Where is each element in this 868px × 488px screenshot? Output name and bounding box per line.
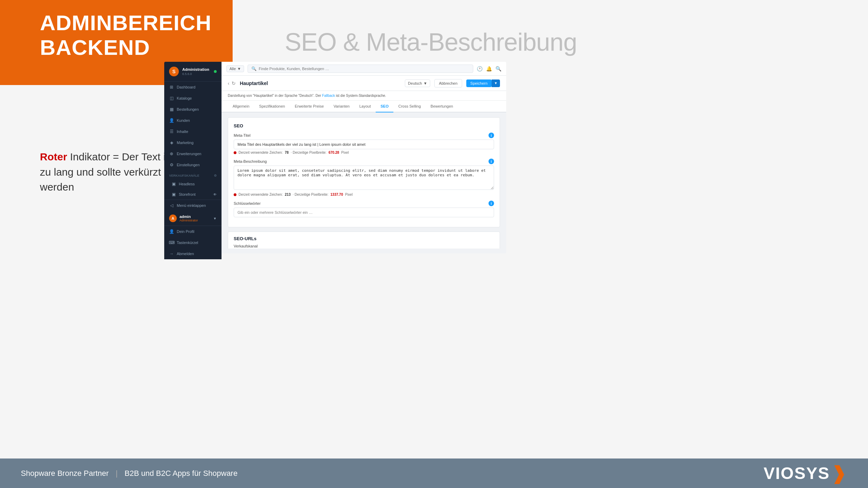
sidebar-status-dot xyxy=(214,70,217,73)
cancel-button[interactable]: Abbrechen xyxy=(434,79,462,87)
user-menu-trigger[interactable]: A admin Administrator ▼ xyxy=(164,211,222,226)
storefront-label: Storefront xyxy=(179,192,195,196)
meta-titel-group: Meta-Titel i Derzeit verwendete Zeichen:… xyxy=(234,133,494,154)
dein-profil-item[interactable]: 👤 Dein Profil xyxy=(164,226,222,237)
tab-layout[interactable]: Layout xyxy=(354,101,376,112)
storefront-icon: ▣ xyxy=(171,192,176,197)
verkaufskanaele-settings-icon: ⚙ xyxy=(214,174,217,177)
meta-beschreibung-pixel-suffix: Pixel xyxy=(345,193,353,196)
sidebar-item-kataloge[interactable]: ◫ Kataloge xyxy=(164,93,222,104)
tastenkurzel-item[interactable]: ⌨ Tastenkürzel xyxy=(164,237,222,248)
meta-titel-input[interactable] xyxy=(234,140,494,149)
meta-titel-pixel-count: 670.28 xyxy=(328,151,339,154)
schlusselworter-label: Schlüsselwörter xyxy=(234,201,261,205)
tabs-bar: Allgemein Spezifikationen Erweiterte Pre… xyxy=(222,101,506,112)
topbar: Alle ▼ 🔍 🕐 🔔 🔍 xyxy=(222,62,506,76)
navigation-arrows: ‹ ↻ xyxy=(228,81,236,86)
abmelden-item[interactable]: → Abmelden xyxy=(164,248,222,259)
sidebar-bottom: ◁ Menü einklappen A admin Administrator … xyxy=(164,200,222,259)
sidebar-item-inhalte[interactable]: ☰ Inhalte xyxy=(164,126,222,137)
meta-beschreibung-label: Meta-Beschreibung xyxy=(234,159,267,163)
tab-bewertungen[interactable]: Bewertungen xyxy=(426,101,458,112)
tab-allgemein[interactable]: Allgemein xyxy=(228,101,254,112)
meta-beschreibung-pixel-separator: · Derzeitige Pixelbreite: xyxy=(293,193,328,196)
search-input[interactable] xyxy=(259,67,469,71)
sidebar-item-storefront[interactable]: ▣ Storefront 👁 xyxy=(164,189,222,200)
footer-left: Shopware Bronze Partner | B2B und B2C Ap… xyxy=(21,469,237,478)
meta-beschreibung-group: Meta-Beschreibung i Lorem ipsum dolor si… xyxy=(234,159,494,196)
erweiterungen-icon: ⊕ xyxy=(169,151,174,156)
tab-varianten[interactable]: Varianten xyxy=(329,101,354,112)
sidebar-item-erweiterungen[interactable]: ⊕ Erweiterungen xyxy=(164,148,222,159)
search-icon-right: 🔍 xyxy=(495,66,501,71)
dashboard-label: Dashboard xyxy=(177,85,195,89)
dashboard-icon: ⊞ xyxy=(169,85,174,90)
user-role: Administrator xyxy=(180,219,198,222)
inhalte-icon: ☰ xyxy=(169,129,174,134)
tab-erweiterte-preise[interactable]: Erweiterte Preise xyxy=(290,101,329,112)
meta-titel-char-info: Derzeit verwendete Zeichen: 78 · Derzeit… xyxy=(234,151,494,154)
save-dropdown-button[interactable]: ▼ xyxy=(492,79,500,87)
sidebar-title-block: Administration 6.5.6.0 xyxy=(182,67,209,75)
topbar-icons: 🕐 🔔 🔍 xyxy=(477,66,501,71)
profil-icon: 👤 xyxy=(169,229,174,234)
sidebar-item-marketing[interactable]: ◈ Marketing xyxy=(164,137,222,148)
tab-cross-selling[interactable]: Cross Selling xyxy=(393,101,426,112)
viosys-arrow-icon: ❱ xyxy=(831,463,847,484)
sidebar-item-dashboard[interactable]: ⊞ Dashboard xyxy=(164,82,222,93)
storefront-eye-icon: 👁 xyxy=(213,193,217,196)
meta-beschreibung-label-row: Meta-Beschreibung i xyxy=(234,159,494,164)
sidebar-item-bestellungen[interactable]: ▦ Bestellungen xyxy=(164,104,222,115)
tastenkurzel-label: Tastenkürzel xyxy=(177,241,198,245)
kataloge-icon: ◫ xyxy=(169,96,174,101)
sidebar-item-einstellungen[interactable]: ⚙ Einstellungen xyxy=(164,159,222,170)
meta-titel-chars-prefix: Derzeit verwendete Zeichen: xyxy=(239,151,283,154)
sidebar-item-headless[interactable]: ▣ Headless xyxy=(164,179,222,189)
headless-icon: ▣ xyxy=(171,182,176,186)
meta-titel-label-row: Meta-Titel i xyxy=(234,133,494,138)
einstellungen-icon: ⚙ xyxy=(169,162,174,167)
tab-seo[interactable]: SEO xyxy=(376,101,393,112)
marketing-icon: ◈ xyxy=(169,140,174,145)
sidebar-version: 6.5.6.0 xyxy=(182,72,209,76)
seo-urls-card: SEO-URLs Verkaufskanal xyxy=(228,232,500,249)
bell-icon: 🔔 xyxy=(486,66,492,71)
meta-titel-pixel-suffix: Pixel xyxy=(341,151,349,154)
all-filter-button[interactable]: Alle ▼ xyxy=(226,65,244,72)
all-label: Alle xyxy=(229,67,236,71)
sidebar-item-kunden[interactable]: 👤 Kunden xyxy=(164,115,222,126)
language-selector[interactable]: Deutsch ▼ xyxy=(405,79,430,87)
seo-section-heading: SEO & Meta-Beschreibung xyxy=(285,28,799,56)
meta-beschreibung-textarea[interactable]: Lorem ipsum dolor sit amet, consetetur s… xyxy=(234,166,494,190)
back-arrow-icon[interactable]: ‹ xyxy=(228,81,229,86)
tab-spezifikationen[interactable]: Spezifikationen xyxy=(254,101,290,112)
sidebar-logo: S xyxy=(169,67,179,76)
footer-separator: | xyxy=(116,469,118,478)
title-line2: BACKEND xyxy=(40,35,211,60)
side-note-block: Roter Indikator = Der Text ist zu lang u… xyxy=(40,149,175,195)
meta-beschreibung-info-icon: i xyxy=(489,159,494,164)
inhalte-label: Inhalte xyxy=(177,129,188,134)
verkaufskanaele-section: Verkaufskanäle ⚙ xyxy=(164,170,222,179)
sidebar-menu-einklappen[interactable]: ◁ Menü einklappen xyxy=(164,200,222,211)
refresh-icon[interactable]: ↻ xyxy=(232,81,236,86)
marketing-label: Marketing xyxy=(177,141,193,145)
search-wrapper: 🔍 xyxy=(248,65,473,73)
seo-card-title: SEO xyxy=(234,123,494,128)
meta-titel-red-dot xyxy=(234,151,236,154)
sidebar-header: S Administration 6.5.6.0 xyxy=(164,62,222,82)
meta-beschreibung-pixel-count: 1337.70 xyxy=(331,193,343,196)
user-info: admin Administrator xyxy=(180,214,198,222)
abmelden-icon: → xyxy=(169,251,174,256)
viosys-text: VIOSYS xyxy=(763,464,830,483)
erweiterungen-label: Erweiterungen xyxy=(177,152,201,156)
user-avatar: A xyxy=(169,214,177,222)
abmelden-label: Abmelden xyxy=(177,252,194,256)
schlusselworter-input[interactable] xyxy=(234,208,494,217)
user-chevron-icon: ▼ xyxy=(213,217,217,220)
main-content-area: Alle ▼ 🔍 🕐 🔔 🔍 ‹ ↻ Hauptartikel Deutsch … xyxy=(222,62,506,253)
fallback-link[interactable]: Fallback xyxy=(322,94,335,98)
save-button[interactable]: Speichern xyxy=(466,79,492,87)
user-name: admin xyxy=(180,214,198,219)
kataloge-label: Kataloge xyxy=(177,96,192,100)
